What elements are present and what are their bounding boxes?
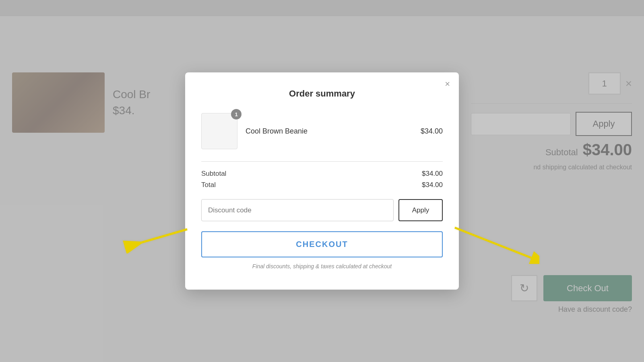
modal-product-item: 1 Cool Brown Beanie $34.00 <box>201 113 443 149</box>
modal-divider <box>201 161 443 162</box>
product-name: Cool Brown Beanie <box>246 127 413 136</box>
subtotal-row: Subtotal $34.00 <box>201 170 443 178</box>
total-row: Total $34.00 <box>201 181 443 189</box>
modal-title: Order summary <box>201 88 443 99</box>
arrow-left <box>117 221 189 255</box>
svg-line-3 <box>455 228 531 258</box>
subtotal-label: Subtotal <box>201 170 226 178</box>
arrow-right <box>451 224 539 265</box>
discount-row: Apply <box>201 199 443 221</box>
totals-section: Subtotal $34.00 Total $34.00 <box>201 170 443 189</box>
modal-close-button[interactable]: × <box>445 80 450 88</box>
product-price: $34.00 <box>421 127 443 136</box>
discount-apply-button[interactable]: Apply <box>398 199 443 221</box>
product-thumbnail <box>201 113 237 149</box>
total-label: Total <box>201 181 216 189</box>
product-image-wrapper: 1 <box>201 113 237 149</box>
subtotal-value: $34.00 <box>422 170 443 178</box>
product-quantity-badge: 1 <box>231 109 242 119</box>
modal-overlay: × Order summary 1 Cool Brown Beanie $34.… <box>0 0 644 362</box>
discount-code-input[interactable] <box>201 199 394 221</box>
checkout-note: Final discounts, shipping & taxes calcul… <box>201 263 443 269</box>
svg-line-1 <box>125 229 187 247</box>
order-summary-modal: × Order summary 1 Cool Brown Beanie $34.… <box>185 72 459 290</box>
total-value: $34.00 <box>422 181 443 189</box>
checkout-button[interactable]: CHECKOUT <box>201 231 443 257</box>
